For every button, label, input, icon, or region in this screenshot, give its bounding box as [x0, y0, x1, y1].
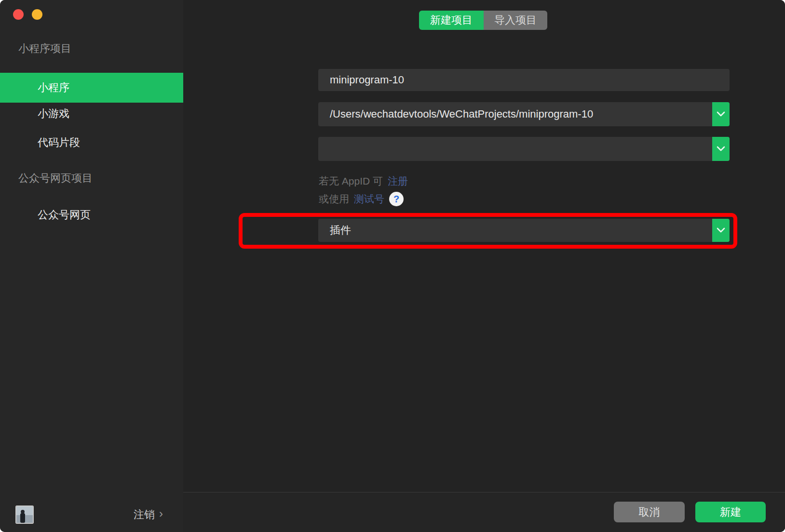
appid-field[interactable]	[318, 137, 730, 161]
avatar-photo	[16, 506, 33, 523]
chevron-down-icon	[717, 146, 725, 152]
register-link[interactable]: 注册	[388, 174, 408, 188]
directory-field[interactable]: /Users/wechatdevtools/WeChatProjects/min…	[318, 102, 730, 126]
project-name-input[interactable]	[318, 69, 730, 91]
appid-help-line1: 若无 AppID 可 注册	[319, 175, 408, 187]
dev-mode-dropdown-button[interactable]	[712, 219, 730, 242]
sidebar-item-miniprogram[interactable]: 小程序	[0, 73, 183, 103]
sidebar-item-label: 公众号网页	[38, 209, 91, 221]
avatar[interactable]	[15, 505, 34, 524]
test-account-link[interactable]: 测试号	[354, 192, 384, 206]
footer-bar: 取消 新建	[183, 492, 785, 532]
chevron-down-icon	[717, 111, 725, 117]
sidebar-section-miniprogram-project: 小程序项目	[18, 37, 71, 60]
logout-label: 注销	[134, 507, 155, 522]
help-question-icon[interactable]: ?	[389, 192, 404, 206]
main-panel: 新建项目 导入项目 项目名称 目录 /Users/wechatdevtools/…	[183, 0, 785, 532]
project-name-field	[318, 69, 730, 91]
sidebar: 小程序项目 小程序 小游戏 代码片段 公众号网页项目 公众号网页	[0, 0, 183, 532]
sidebar-item-label: 小程序	[38, 81, 69, 93]
sidebar-item-label: 代码片段	[38, 136, 80, 148]
sidebar-item-label: 小游戏	[38, 107, 69, 120]
chevron-down-icon	[717, 227, 725, 233]
sidebar-section-official-account-web-project: 公众号网页项目	[18, 167, 93, 190]
dev-mode-value: 插件	[318, 219, 730, 242]
project-mode-tabs: 新建项目 导入项目	[419, 11, 547, 30]
dev-mode-field[interactable]: 插件	[318, 219, 730, 242]
appid-help-line2: 或使用 测试号 ?	[319, 192, 404, 206]
create-button[interactable]: 新建	[695, 502, 766, 522]
close-window-icon[interactable]	[13, 9, 24, 20]
minimize-window-icon[interactable]	[32, 9, 42, 20]
chevron-right-icon: ›	[159, 508, 163, 519]
appid-help-text: 或使用	[319, 192, 349, 206]
sidebar-item-official-account-web[interactable]: 公众号网页	[0, 203, 183, 226]
directory-dropdown-button[interactable]	[712, 102, 730, 126]
sidebar-item-minigame[interactable]: 小游戏	[0, 102, 183, 125]
appid-dropdown-button[interactable]	[712, 137, 730, 161]
app-window: 小程序项目 小程序 小游戏 代码片段 公众号网页项目 公众号网页	[0, 0, 785, 532]
directory-value: /Users/wechatdevtools/WeChatProjects/min…	[318, 102, 730, 126]
tab-import-project[interactable]: 导入项目	[484, 11, 547, 30]
appid-help-text: 若无 AppID 可	[319, 174, 383, 188]
sidebar-item-code-snippet[interactable]: 代码片段	[0, 131, 183, 154]
cancel-button[interactable]: 取消	[614, 502, 685, 522]
sidebar-footer: 注销 ›	[0, 503, 183, 532]
tab-new-project[interactable]: 新建项目	[419, 11, 484, 30]
logout-button[interactable]: 注销 ›	[134, 507, 163, 522]
